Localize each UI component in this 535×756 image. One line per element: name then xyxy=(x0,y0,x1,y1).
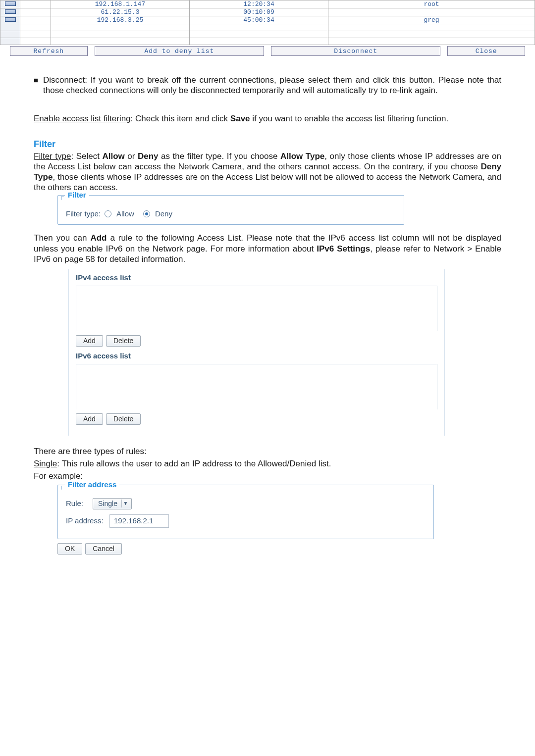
ok-button[interactable]: OK xyxy=(57,543,82,554)
row-time: 12:20:34 xyxy=(190,0,328,8)
ipv6-listbox[interactable] xyxy=(76,364,437,409)
rule-single-label: Single xyxy=(34,459,57,468)
table-row: 192.168.1.147 12:20:34 root xyxy=(0,0,535,8)
filter-heading: Filter xyxy=(34,139,501,150)
disconnect-description: Disconnect: If you want to break off the… xyxy=(42,75,501,96)
radio-allow[interactable] xyxy=(105,210,111,217)
document-body: ■ Disconnect: If you want to break off t… xyxy=(0,57,535,554)
cancel-button[interactable]: Cancel xyxy=(85,543,122,554)
row-id xyxy=(20,24,51,31)
row-ip: 192.168.1.147 xyxy=(51,0,190,8)
bullet-icon: ■ xyxy=(34,75,38,98)
access-list-wrap: IPv4 access list Add Delete IPv6 access … xyxy=(68,269,445,436)
checkbox-icon[interactable] xyxy=(5,17,16,22)
ipv4-listbox[interactable] xyxy=(76,286,437,331)
radio-allow-label: Allow xyxy=(116,209,134,219)
ipv4-add-button[interactable]: Add xyxy=(76,335,103,347)
ipv6-delete-button[interactable]: Delete xyxy=(106,413,141,425)
row-ip xyxy=(51,24,190,31)
ipv6-title: IPv6 access list xyxy=(76,352,437,361)
ipv4-delete-button[interactable]: Delete xyxy=(106,335,141,347)
fieldset-tick-icon: ┌ xyxy=(59,193,64,199)
row-time: 45:00:34 xyxy=(190,16,328,24)
rule-select[interactable]: Single ▼ xyxy=(93,498,132,510)
enable-access-label: Enable access list filtering xyxy=(34,114,131,123)
filter-type-field-label: Filter type: xyxy=(66,209,101,219)
row-user xyxy=(328,8,535,16)
fieldset-tick-icon: ┌ xyxy=(59,482,64,490)
row-id xyxy=(20,8,51,16)
row-user: root xyxy=(328,0,535,8)
table-buttons: Refresh Add to deny list Disconnect Clos… xyxy=(0,45,535,57)
row-check-cell[interactable] xyxy=(0,31,20,38)
filter-panel: ┌ Filter Filter type: Allow Deny xyxy=(57,195,404,225)
row-user xyxy=(328,24,535,31)
row-ip: 192.168.3.25 xyxy=(51,16,190,24)
filter-type-row: Filter type: Allow Deny xyxy=(66,209,396,219)
rules-intro: There are three types of rules: xyxy=(34,446,501,456)
filter-address-panel: ┌ Filter address Rule: Single ▼ IP addre… xyxy=(57,485,434,539)
table-row: 61.22.15.3 00:10:09 xyxy=(0,8,535,16)
chevron-down-icon: ▼ xyxy=(121,500,129,507)
rule-single-text: Single: This rule allows the user to add… xyxy=(34,458,501,469)
row-check-cell[interactable] xyxy=(0,16,20,24)
row-ip: 61.22.15.3 xyxy=(51,8,190,16)
enable-access-text: Enable access list filtering: Check this… xyxy=(34,113,501,124)
row-id xyxy=(20,0,51,8)
row-time: 00:10:09 xyxy=(190,8,328,16)
table-row xyxy=(0,38,535,45)
filter-type-text: Filter type: Select Allow or Deny as the… xyxy=(34,151,501,193)
row-check-cell[interactable] xyxy=(0,8,20,16)
add-deny-button[interactable]: Add to deny list xyxy=(95,46,264,56)
row-check-cell[interactable] xyxy=(0,24,20,31)
filter-type-label: Filter type xyxy=(34,151,71,161)
table-row xyxy=(0,24,535,31)
filter-address-legend: Filter address xyxy=(65,480,119,490)
checkbox-icon[interactable] xyxy=(5,9,16,14)
connection-table: 192.168.1.147 12:20:34 root 61.22.15.3 0… xyxy=(0,0,535,45)
row-id xyxy=(20,16,51,24)
ip-address-input[interactable]: 192.168.2.1 xyxy=(109,514,169,528)
filter-panel-legend: Filter xyxy=(65,191,89,200)
radio-dot-icon xyxy=(145,212,148,215)
table-row xyxy=(0,31,535,38)
rule-select-value: Single xyxy=(98,500,117,508)
refresh-button[interactable]: Refresh xyxy=(10,46,88,56)
row-user: greg xyxy=(328,16,535,24)
row-check-cell[interactable] xyxy=(0,0,20,8)
row-time xyxy=(190,24,328,31)
radio-deny[interactable] xyxy=(143,210,150,217)
close-button[interactable]: Close xyxy=(447,46,525,56)
disconnect-button[interactable]: Disconnect xyxy=(271,46,440,56)
table-row: 192.168.3.25 45:00:34 greg xyxy=(0,16,535,24)
ipv6-add-button[interactable]: Add xyxy=(76,413,103,425)
ip-address-label: IP address: xyxy=(66,516,106,526)
row-check-cell[interactable] xyxy=(0,38,20,45)
radio-deny-label: Deny xyxy=(155,209,172,219)
ipv4-title: IPv4 access list xyxy=(76,273,437,283)
checkbox-icon[interactable] xyxy=(5,1,16,6)
rule-label: Rule: xyxy=(66,499,89,508)
add-rule-text: Then you can Add a rule to the following… xyxy=(34,233,501,264)
